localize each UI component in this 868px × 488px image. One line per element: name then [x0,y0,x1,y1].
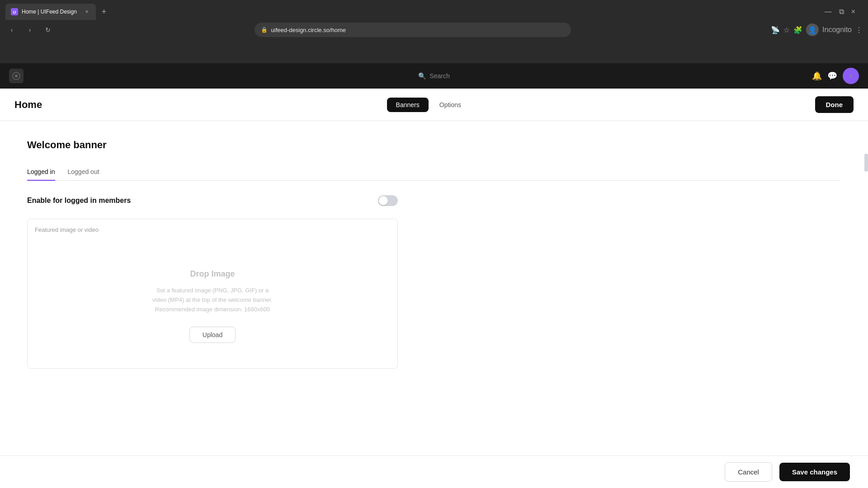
back-button[interactable]: ‹ [5,23,18,36]
tab-banners[interactable]: Banners [387,98,429,112]
browser-chrome: U Home | UIFeed Design × + — ⧉ × ‹ › ↻ 🔒… [0,0,868,63]
app-logo [9,69,24,83]
cast-icon[interactable]: 📡 [771,26,780,34]
tab-options[interactable]: Options [430,98,470,112]
app-wrapper: 🔍 Search 🔔 💬 × Home Banners Options Done… [0,63,868,488]
main-content: Welcome banner Logged in Logged out Enab… [0,121,868,483]
drop-zone[interactable]: Drop Image Set a featured image (PNG, JP… [35,242,390,361]
window-controls: — ⧉ × [823,6,863,18]
lock-icon: 🔒 [261,27,268,33]
svg-text:U: U [13,10,16,14]
scrollbar[interactable] [864,154,868,172]
profile-button[interactable]: 👤 [806,23,819,36]
close-window-button[interactable]: × [849,6,857,18]
tab-close-icon[interactable]: × [83,8,90,15]
search-bar[interactable]: 🔍 Search [418,72,449,80]
sub-tabs: Logged in Logged out [27,164,841,181]
tab-bar: U Home | UIFeed Design × + — ⧉ × [0,0,868,20]
menu-icon[interactable]: ⋮ [855,26,863,34]
sub-tab-logged-in[interactable]: Logged in [27,164,55,181]
enable-toggle[interactable] [378,195,398,206]
svg-point-3 [15,75,18,77]
drop-desc: Set a featured image (PNG, JPG, GIF) or … [44,286,381,314]
browser-tab[interactable]: U Home | UIFeed Design × [5,4,96,20]
drop-title: Drop Image [44,269,381,279]
forward-button[interactable]: › [24,23,36,36]
upload-button[interactable]: Upload [189,327,236,343]
section-title: Welcome banner [27,139,841,151]
page-title: Home [14,99,42,111]
new-tab-button[interactable]: + [98,5,110,18]
page-header: Home Banners Options Done [0,89,868,121]
extension-icon[interactable]: 🧩 [793,26,802,34]
chat-icon[interactable]: 💬 [827,71,837,81]
refresh-button[interactable]: ↻ [42,23,54,36]
save-changes-button[interactable]: Save changes [779,463,850,481]
incognito-avatar: 👤 [808,26,817,34]
enable-setting-row: Enable for logged in members [27,195,398,206]
address-text: uifeed-design.circle.so/home [271,27,346,33]
cancel-button[interactable]: Cancel [725,462,772,482]
address-bar[interactable]: 🔒 uifeed-design.circle.so/home [255,23,571,37]
upload-area-label: Featured image or video [35,226,390,233]
tab-favicon: U [11,8,18,15]
sub-tab-logged-out[interactable]: Logged out [68,164,99,181]
tab-title: Home | UIFeed Design [22,9,80,15]
incognito-label: Incognito [822,26,852,34]
toggle-thumb [379,196,388,205]
address-bar-row: ‹ › ↻ 🔒 uifeed-design.circle.so/home 📡 ☆… [0,20,868,42]
bookmark-icon[interactable]: ☆ [783,26,790,34]
done-button[interactable]: Done [815,96,854,113]
minimize-button[interactable]: — [823,6,834,18]
search-placeholder: Search [429,72,449,80]
close-icon: × [849,71,854,81]
notification-icon[interactable]: 🔔 [812,71,822,81]
upload-area: Featured image or video Drop Image Set a… [27,219,398,369]
app-topbar: 🔍 Search 🔔 💬 × [0,63,868,89]
browser-actions: 📡 ☆ 🧩 👤 Incognito ⋮ [771,23,863,36]
enable-label: Enable for logged in members [27,197,131,205]
bottom-bar: Cancel Save changes [0,455,868,488]
search-icon: 🔍 [418,72,426,80]
app-right-actions: 🔔 💬 × [812,68,859,84]
page-tabs: Banners Options [387,98,470,112]
maximize-button[interactable]: ⧉ [837,6,846,18]
close-panel-button[interactable]: × [843,68,859,84]
